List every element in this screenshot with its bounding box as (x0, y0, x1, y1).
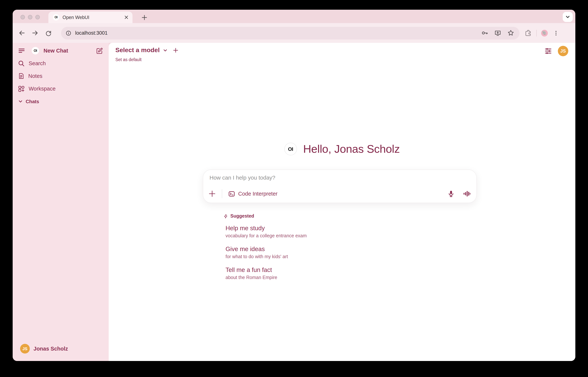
chat-composer[interactable]: Code Interpreter (203, 169, 477, 203)
extensions-puzzle-icon[interactable] (525, 29, 532, 36)
terminal-icon (228, 190, 235, 197)
greeting-text: Hello, Jonas Scholz (303, 143, 400, 155)
tab-title: Open WebUI (63, 15, 89, 20)
new-tab-button[interactable] (140, 13, 149, 22)
install-app-icon[interactable] (494, 29, 501, 36)
browser-window: OI Open WebUI localhost:3001 (13, 10, 575, 361)
desktop-background: OI Open WebUI localhost:3001 (0, 0, 588, 377)
tab-search-chevron-button[interactable] (563, 12, 573, 22)
sidebar-item-workspace[interactable]: Workspace (13, 82, 109, 95)
notes-document-icon (18, 73, 24, 79)
sidebar-chats-header[interactable]: Chats (13, 95, 109, 108)
back-button[interactable] (16, 28, 27, 38)
tab-close-icon[interactable] (123, 14, 130, 21)
voice-mode-waveform-icon[interactable] (463, 190, 470, 198)
greeting-row: OI Hello, Jonas Scholz (109, 143, 575, 155)
suggestion-title[interactable]: Give me ideas (225, 244, 432, 253)
suggested-section: Suggested Help me study vocabulary for a… (223, 213, 432, 286)
tab-favicon-oi-logo: OI (53, 14, 59, 21)
bookmark-star-icon[interactable] (507, 29, 514, 36)
new-chat-label[interactable]: New Chat (44, 48, 68, 54)
workspace-grid-icon (18, 85, 25, 92)
sidebar-oi-logo: OI (32, 47, 39, 54)
url-text[interactable]: localhost:3001 (75, 30, 108, 36)
composer-divider (222, 189, 222, 198)
sidebar: OI New Chat Search Notes (13, 43, 109, 361)
suggestion-subtitle: about the Roman Empire (225, 274, 432, 281)
sidebar-toggle-icon[interactable] (18, 47, 25, 54)
window-minimize-button[interactable] (28, 15, 32, 19)
main-panel: Select a model Set as default JS OI Hell… (109, 43, 575, 361)
sidebar-item-notes[interactable]: Notes (13, 70, 109, 82)
suggestion-title[interactable]: Tell me a fun fact (225, 265, 432, 274)
sidebar-item-label: Notes (28, 73, 43, 79)
suggested-header: Suggested (223, 213, 432, 219)
toolbar-separator (536, 30, 537, 36)
suggestion-give-me-ideas[interactable]: Give me ideas for what to do with my kid… (223, 244, 432, 260)
chevron-down-icon (18, 99, 23, 104)
lightning-bolt-icon (223, 214, 228, 218)
model-selector[interactable]: Select a model (115, 47, 178, 54)
code-interpreter-label: Code Interpreter (238, 191, 277, 197)
suggestion-title[interactable]: Help me study (225, 224, 432, 233)
sidebar-item-search[interactable]: Search (13, 57, 109, 70)
search-icon (18, 60, 25, 67)
chats-label: Chats (26, 98, 39, 104)
chat-input[interactable] (210, 174, 470, 183)
window-controls (21, 15, 40, 19)
window-close-button[interactable] (21, 15, 25, 19)
user-avatar: JS (20, 344, 30, 353)
suggestion-fun-fact[interactable]: Tell me a fun fact about the Roman Empir… (223, 265, 432, 281)
chevron-down-icon (163, 48, 168, 53)
site-info-icon[interactable] (66, 30, 71, 36)
browser-menu-icon[interactable] (553, 30, 559, 36)
new-chat-edit-icon[interactable] (96, 47, 103, 54)
set-as-default-link[interactable]: Set as default (115, 57, 142, 62)
attach-plus-icon[interactable] (208, 190, 216, 198)
suggestion-subtitle: for what to do with my kids' art (225, 253, 432, 260)
password-key-icon[interactable] (481, 29, 488, 36)
sidebar-item-label: Workspace (29, 86, 56, 92)
composer-toolbar: Code Interpreter (208, 189, 470, 198)
oi-logo: OI (284, 143, 297, 155)
sidebar-new-chat-row[interactable]: OI New Chat (13, 44, 109, 57)
browser-tab-open-webui[interactable]: OI Open WebUI (48, 12, 133, 23)
header-user-avatar[interactable]: JS (558, 46, 568, 56)
browser-toolbar: localhost:3001 🐘 (13, 23, 575, 43)
model-selector-label[interactable]: Select a model (115, 47, 160, 54)
window-zoom-button[interactable] (35, 15, 40, 19)
sidebar-user-menu[interactable]: JS Jonas Scholz (17, 342, 71, 355)
suggestion-subtitle: vocabulary for a college entrance exam (225, 233, 432, 239)
add-model-button[interactable] (173, 48, 178, 53)
suggestion-help-me-study[interactable]: Help me study vocabulary for a college e… (223, 224, 432, 239)
browser-tab-strip: OI Open WebUI (13, 10, 575, 23)
user-name: Jonas Scholz (33, 346, 68, 352)
address-bar[interactable]: localhost:3001 (61, 27, 520, 39)
browser-profile-avatar[interactable]: 🐘 (541, 30, 548, 36)
reload-button[interactable] (43, 28, 54, 38)
microphone-icon[interactable] (447, 190, 455, 198)
chat-controls-sliders-icon[interactable] (544, 47, 552, 55)
suggested-label: Suggested (230, 213, 254, 219)
forward-button[interactable] (30, 28, 40, 38)
sidebar-item-label: Search (29, 60, 46, 66)
app-content: OI New Chat Search Notes (13, 43, 575, 361)
code-interpreter-toggle[interactable]: Code Interpreter (228, 190, 277, 197)
